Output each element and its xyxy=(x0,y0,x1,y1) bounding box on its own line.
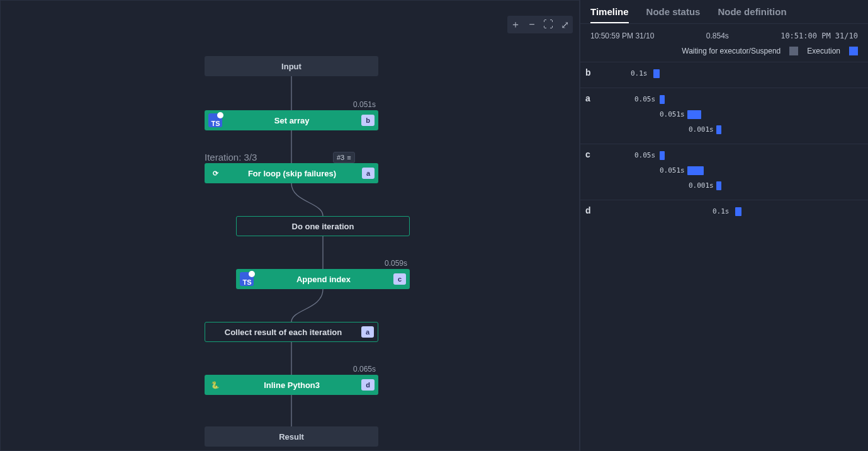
node-result[interactable]: Result xyxy=(205,426,378,447)
node-collect-result[interactable]: Collect result of each iteration a xyxy=(205,322,378,342)
filter-icon: ≡ xyxy=(347,154,351,161)
timeline-row[interactable]: d0.1s xyxy=(580,200,868,226)
legend-exec-swatch xyxy=(849,47,858,55)
node-label: Set array xyxy=(222,116,361,125)
bar-duration: 0.05s xyxy=(634,151,655,159)
node-badge: d xyxy=(361,379,375,391)
expand-button[interactable]: ⤢ xyxy=(556,16,573,33)
bar-duration: 0.051s xyxy=(660,166,685,174)
total-duration: 0.854s xyxy=(706,31,729,40)
start-time: 10:50:59 PM 31/10 xyxy=(590,31,654,40)
node-badge: c xyxy=(393,273,406,285)
tabs: Timeline Node status Node definition xyxy=(580,0,868,24)
execution-bar xyxy=(716,125,721,134)
legend-wait-swatch xyxy=(789,47,798,55)
side-panel: Timeline Node status Node definition 10:… xyxy=(580,0,868,451)
duration-label: 0.059s xyxy=(385,259,407,268)
tab-node-definition[interactable]: Node definition xyxy=(718,4,786,23)
node-badge: a xyxy=(362,168,375,179)
node-do-one-iteration[interactable]: Do one iteration xyxy=(236,216,410,236)
node-label: Collect result of each iteration xyxy=(205,328,361,337)
node-label: Result xyxy=(279,432,304,442)
timeline-rows: b0.1sa0.05s0.051s0.001sc0.05s0.051s0.001… xyxy=(580,62,868,226)
timeline-row-id: b xyxy=(585,67,597,77)
tab-timeline[interactable]: Timeline xyxy=(590,4,629,23)
execution-bar xyxy=(660,95,665,104)
typescript-icon: TS xyxy=(240,272,254,286)
timeline-row[interactable]: a0.05s0.051s0.001s xyxy=(580,88,868,144)
bar-duration: 0.05s xyxy=(634,95,655,103)
timeline-bars: 0.05s0.051s0.001s xyxy=(597,149,857,195)
iteration-label: Iteration: 3/3 xyxy=(205,152,257,163)
execution-bar xyxy=(735,207,741,216)
expand-icon: ⤢ xyxy=(561,19,569,31)
canvas-toolbar: ＋ − ⛶ ⤢ xyxy=(507,16,573,33)
timeline-bars: 0.05s0.051s0.001s xyxy=(597,93,857,139)
flow-canvas[interactable]: ＋ − ⛶ ⤢ Input 0.051s TS Set array b Iter… xyxy=(0,0,580,451)
bar-duration: 0.051s xyxy=(660,110,685,118)
flow-area: Input 0.051s TS Set array b Iteration: 3… xyxy=(1,1,579,450)
execution-bar xyxy=(716,181,721,190)
execution-bar xyxy=(660,151,665,160)
timeline-header: 10:50:59 PM 31/10 0.854s 10:51:00 PM 31/… xyxy=(580,24,868,45)
node-badge: b xyxy=(361,115,375,126)
node-append-index[interactable]: TS Append index c xyxy=(236,269,410,289)
execution-bar xyxy=(687,166,704,175)
timeline-row-id: a xyxy=(585,93,597,103)
legend-exec-label: Execution xyxy=(807,47,840,55)
node-label: Append index xyxy=(254,275,393,284)
node-for-loop[interactable]: ⟳ For loop (skip failures) a xyxy=(205,163,378,183)
zoom-out-button[interactable]: − xyxy=(524,16,540,33)
timeline-row-id: c xyxy=(585,149,597,159)
tab-node-status[interactable]: Node status xyxy=(646,4,701,23)
typescript-icon: TS xyxy=(208,113,222,127)
bar-duration: 0.1s xyxy=(713,207,730,215)
fit-icon: ⛶ xyxy=(543,19,553,30)
fit-button[interactable]: ⛶ xyxy=(540,16,556,33)
timeline-bars: 0.1s xyxy=(597,67,857,83)
execution-bar xyxy=(653,69,660,78)
bar-duration: 0.001s xyxy=(689,125,714,134)
zoom-in-button[interactable]: ＋ xyxy=(507,16,524,33)
timeline-legend: Waiting for executor/Suspend Execution xyxy=(580,45,868,62)
legend-wait-label: Waiting for executor/Suspend xyxy=(682,47,781,55)
duration-label: 0.051s xyxy=(353,100,376,109)
python-icon: 🐍 xyxy=(208,378,222,392)
timeline-row[interactable]: b0.1s xyxy=(580,62,868,88)
timeline-row-id: d xyxy=(585,205,597,215)
node-set-array[interactable]: TS Set array b xyxy=(205,110,378,130)
node-inline-python[interactable]: 🐍 Inline Python3 d xyxy=(205,375,378,395)
iteration-pill[interactable]: #3 ≡ xyxy=(333,152,355,163)
node-input[interactable]: Input xyxy=(205,56,378,76)
timeline-row[interactable]: c0.05s0.051s0.001s xyxy=(580,144,868,200)
minus-icon: − xyxy=(529,19,534,30)
timeline-bars: 0.1s xyxy=(597,205,857,220)
loop-icon: ⟳ xyxy=(208,166,222,180)
node-label: Do one iteration xyxy=(237,222,409,231)
duration-label: 0.065s xyxy=(353,365,376,374)
node-label: Input xyxy=(281,62,302,71)
node-label: For loop (skip failures) xyxy=(222,169,362,178)
bar-duration: 0.001s xyxy=(689,181,714,190)
iteration-number: #3 xyxy=(337,154,344,161)
end-time: 10:51:00 PM 31/10 xyxy=(781,31,858,40)
node-badge: a xyxy=(361,326,374,338)
plus-icon: ＋ xyxy=(510,18,521,31)
bar-duration: 0.1s xyxy=(631,69,648,77)
execution-bar xyxy=(687,110,701,119)
node-label: Inline Python3 xyxy=(222,380,361,390)
